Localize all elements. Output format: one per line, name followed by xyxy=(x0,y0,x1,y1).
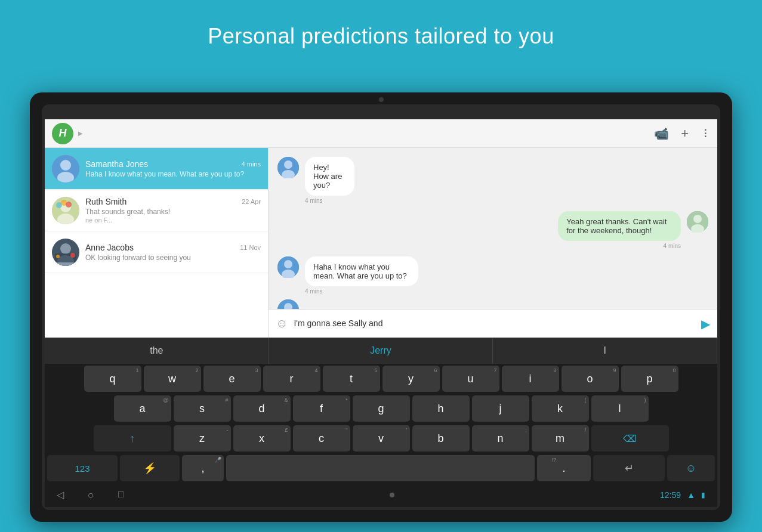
keyboard-row-3: ↑ -z £x "c 'v b ;n /m ⌫ xyxy=(45,423,717,453)
key-v[interactable]: 'v xyxy=(353,425,410,451)
conv-preview-samantha: Haha I know what you mean. What are you … xyxy=(85,170,261,178)
keyboard-row-2: @a #s &d *f g h j (k )l xyxy=(45,394,717,423)
message-input[interactable]: I'm gonna see Sally and xyxy=(294,317,695,330)
prediction-jerry[interactable]: Jerry xyxy=(269,338,493,364)
key-l[interactable]: )l xyxy=(591,395,649,422)
conversation-item-samantha[interactable]: Samantha Jones 4 mins Haha I know what y… xyxy=(45,148,268,190)
key-period[interactable]: !?. xyxy=(537,455,591,481)
message-row-1: Hey! How are you? 4 mins xyxy=(277,157,708,204)
nav-right: 12:59 ▲ ▮ xyxy=(660,490,705,500)
emoji-button[interactable]: ☺ xyxy=(276,317,288,330)
key-n[interactable]: ;n xyxy=(472,425,529,451)
key-w[interactable]: 2w xyxy=(144,366,201,392)
page-title: Personal predictions tailored to you xyxy=(0,0,762,67)
prediction-the[interactable]: the xyxy=(45,338,269,364)
message-row-3: Haha I know what you mean. What are you … xyxy=(277,256,708,295)
svg-point-10 xyxy=(60,243,71,254)
conversation-item-anne[interactable]: Anne Jacobs 11 Nov OK looking forward to… xyxy=(45,231,268,273)
more-options-icon[interactable]: ⋮ xyxy=(701,128,710,139)
avatar-ruth xyxy=(52,197,79,224)
app-content: Samantha Jones 4 mins Haha I know what y… xyxy=(45,148,717,338)
conversation-details-anne: Anne Jacobs 11 Nov OK looking forward to… xyxy=(85,243,261,262)
typing-indicator-row xyxy=(277,299,708,309)
recents-button[interactable]: □ xyxy=(118,489,124,502)
message-bubble-2: Yeah great thanks. Can't wait for the we… xyxy=(558,211,681,241)
message-time-2: 4 mins xyxy=(664,243,681,249)
key-o[interactable]: 9o xyxy=(562,366,619,392)
message-bubble-1: Hey! How are you? xyxy=(305,157,354,196)
key-space[interactable] xyxy=(226,455,535,481)
key-r[interactable]: 4r xyxy=(263,366,320,392)
conv-name-anne: Anne Jacobs xyxy=(85,243,134,252)
avatar-samantha xyxy=(52,155,79,183)
key-q[interactable]: 1q xyxy=(84,366,141,392)
key-u[interactable]: 7u xyxy=(442,366,499,392)
key-h[interactable]: h xyxy=(412,395,470,422)
keyboard-area: the Jerry I 1q 2w 3e 4r xyxy=(45,338,717,483)
key-f[interactable]: *f xyxy=(293,395,350,422)
svg-point-22 xyxy=(284,260,292,268)
key-y[interactable]: 6y xyxy=(382,366,440,392)
key-swift[interactable]: ⚡ xyxy=(120,455,180,481)
svg-point-14 xyxy=(70,253,75,258)
key-123[interactable]: 123 xyxy=(47,455,118,481)
key-t[interactable]: 5t xyxy=(323,366,380,392)
conv-time-anne: 11 Nov xyxy=(240,244,261,251)
key-enter[interactable]: ↵ xyxy=(593,455,665,481)
key-k[interactable]: (k xyxy=(532,395,589,422)
tablet-inner: H ▶ 📹 + ⋮ xyxy=(42,104,720,510)
key-g[interactable]: g xyxy=(353,395,410,422)
chat-input-area: ☺ I'm gonna see Sally and ▶ xyxy=(269,309,717,338)
tablet-device: H ▶ 📹 + ⋮ xyxy=(30,92,732,522)
nav-center-dot xyxy=(390,493,394,497)
key-emoji[interactable]: ☺ xyxy=(667,455,715,481)
svg-point-1 xyxy=(60,160,71,171)
hangouts-logo: H xyxy=(52,123,73,144)
key-s[interactable]: #s xyxy=(174,395,231,422)
conversation-details-ruth: Ruth Smith 22 Apr That sounds great, tha… xyxy=(85,197,261,224)
key-j[interactable]: j xyxy=(472,395,529,422)
chat-area: Hey! How are you? 4 mins xyxy=(269,148,717,338)
conversation-list: Samantha Jones 4 mins Haha I know what y… xyxy=(45,148,269,338)
battery-icon: ▮ xyxy=(701,491,705,499)
add-icon[interactable]: + xyxy=(681,126,689,141)
predictions-bar: the Jerry I xyxy=(45,338,717,364)
hangouts-logo-icon: H xyxy=(59,127,67,140)
key-c[interactable]: "c xyxy=(293,425,350,451)
header-icons: 📹 + ⋮ xyxy=(654,126,710,141)
keyboard-row-1: 1q 2w 3e 4r 5t 6y 7u 8i 9o 0p xyxy=(45,364,717,394)
typing-avatar xyxy=(277,299,299,309)
video-call-icon[interactable]: 📹 xyxy=(654,126,669,141)
message-time-3: 4 mins xyxy=(305,288,493,295)
conv-preview-anne: OK looking forward to seeing you xyxy=(85,253,261,262)
key-backspace[interactable]: ⌫ xyxy=(591,425,669,451)
conversation-item-ruth[interactable]: Ruth Smith 22 Apr That sounds great, tha… xyxy=(45,190,268,231)
signal-indicator: ▶ xyxy=(78,130,83,137)
key-b[interactable]: b xyxy=(412,425,470,451)
key-i[interactable]: 8i xyxy=(502,366,559,392)
chat-messages: Hey! How are you? 4 mins xyxy=(269,148,717,309)
key-x[interactable]: £x xyxy=(233,425,291,451)
navigation-bar: ◁ ○ □ 12:59 ▲ ▮ xyxy=(45,483,717,507)
home-button[interactable]: ○ xyxy=(88,489,94,502)
key-a[interactable]: @a xyxy=(114,395,171,422)
conv-preview-ruth: That sounds great, thanks!ne on F... xyxy=(85,208,261,224)
message-time-1: 4 mins xyxy=(305,197,388,204)
screen: H ▶ 📹 + ⋮ xyxy=(45,119,717,507)
keyboard-row-4: 123 ⚡ 🎤, !?. ↵ ☺ xyxy=(45,453,717,483)
page-background: Personal predictions tailored to you H ▶… xyxy=(0,0,762,532)
camera-dot xyxy=(379,97,384,102)
send-button[interactable]: ▶ xyxy=(701,317,710,331)
key-z[interactable]: -z xyxy=(174,425,231,451)
key-p[interactable]: 0p xyxy=(621,366,678,392)
key-d[interactable]: &d xyxy=(233,395,291,422)
key-comma[interactable]: 🎤, xyxy=(182,455,224,481)
conv-name-ruth: Ruth Smith xyxy=(85,197,127,206)
conv-time-samantha: 4 mins xyxy=(242,160,261,168)
key-shift[interactable]: ↑ xyxy=(94,425,171,451)
wifi-icon: ▲ xyxy=(687,490,695,500)
key-m[interactable]: /m xyxy=(532,425,589,451)
key-e[interactable]: 3e xyxy=(203,366,261,392)
back-button[interactable]: ◁ xyxy=(57,489,64,502)
prediction-i[interactable]: I xyxy=(493,338,717,364)
